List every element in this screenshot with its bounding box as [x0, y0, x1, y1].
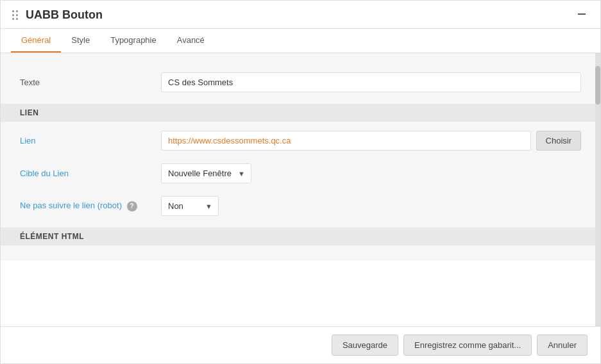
- help-icon[interactable]: ?: [127, 201, 137, 211]
- nofollow-select[interactable]: Non Oui: [161, 196, 219, 216]
- texte-label: Texte: [20, 78, 148, 87]
- cible-select[interactable]: Nouvelle Fenêtre Même Fenêtre: [161, 163, 251, 183]
- nofollow-row: Ne pas suivre le lien (robot) ? Non Oui …: [1, 190, 600, 222]
- lien-section-header: LIEN: [1, 104, 600, 122]
- lien-label: Lien: [20, 136, 148, 145]
- panel-header: UABB Bouton: [1, 1, 600, 29]
- annuler-button[interactable]: Annuler: [537, 335, 588, 356]
- lien-input-wrap: Choisir: [161, 131, 581, 151]
- minimize-icon: [577, 10, 586, 19]
- panel-body-outer: Texte LIEN Lien Choisir Cible du Lien: [1, 53, 600, 326]
- html-section-header: ÉLÉMENT HTML: [1, 228, 600, 245]
- lien-input[interactable]: [161, 131, 531, 151]
- tab-advanced[interactable]: Avancé: [167, 29, 215, 53]
- svg-rect-0: [578, 13, 586, 15]
- panel-footer: Sauvegarde Enregistrez comme gabarit... …: [1, 326, 600, 363]
- lien-row: Lien Choisir: [1, 124, 600, 157]
- tab-typography[interactable]: Typographie: [100, 29, 167, 53]
- drag-handle[interactable]: [11, 9, 19, 21]
- cible-select-wrap: Nouvelle Fenêtre Même Fenêtre ▼: [161, 163, 251, 183]
- panel-title: UABB Bouton: [26, 8, 103, 22]
- nofollow-select-wrap: Non Oui ▼: [161, 196, 219, 216]
- choisir-button[interactable]: Choisir: [536, 131, 581, 151]
- scrollbar-thumb[interactable]: [595, 66, 600, 104]
- nofollow-label: Ne pas suivre le lien (robot) ?: [20, 201, 148, 211]
- texte-input[interactable]: [161, 72, 581, 92]
- sauvegarde-button[interactable]: Sauvegarde: [332, 335, 398, 356]
- title-area: UABB Bouton: [11, 8, 103, 22]
- tabs-bar: Général Style Typographie Avancé: [1, 29, 600, 53]
- scrollbar-track[interactable]: [595, 53, 600, 326]
- main-panel: UABB Bouton Général Style Typographie Av…: [0, 0, 601, 364]
- cible-row: Cible du Lien Nouvelle Fenêtre Même Fenê…: [1, 157, 600, 190]
- tab-general[interactable]: Général: [11, 29, 61, 53]
- minimize-button[interactable]: [573, 8, 590, 22]
- cible-label: Cible du Lien: [20, 169, 148, 178]
- panel-body: Texte LIEN Lien Choisir Cible du Lien: [1, 53, 600, 261]
- texte-row: Texte: [1, 66, 600, 99]
- gabarit-button[interactable]: Enregistrez comme gabarit...: [403, 335, 532, 356]
- tab-style[interactable]: Style: [61, 29, 100, 53]
